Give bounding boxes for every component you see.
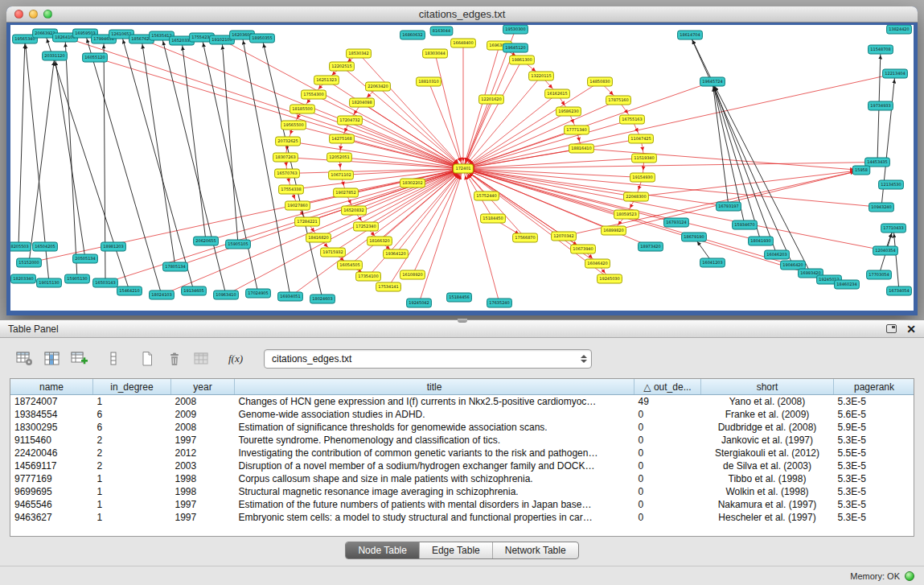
table-row[interactable]: 2242004622012Investigating the contribut… [10,447,914,459]
table-cell[interactable]: 1 [93,472,171,485]
graph-node[interactable]: 15934670 [733,220,758,229]
graph-node[interactable]: 10671102 [329,171,354,179]
table-cell[interactable]: 1 [93,395,171,409]
graph-node[interactable]: 16503143 [93,278,118,287]
table-cell[interactable]: 5.3E-5 [834,485,915,498]
delete-button[interactable] [162,348,187,369]
graph-node[interactable]: 19530300 [503,25,528,34]
graph-edge[interactable] [463,60,522,169]
graph-node[interactable]: 12052051 [327,153,352,162]
graph-node[interactable]: 20732625 [276,137,301,146]
graph-node[interactable]: 17703054 [867,270,892,279]
graph-edge[interactable] [29,56,55,263]
window-titlebar[interactable]: citations_edges.txt [6,6,918,23]
table-cell[interactable]: 0 [634,408,701,421]
graph-node[interactable]: 14275168 [330,134,355,143]
table-cell[interactable]: 5.3E-5 [834,472,915,485]
table-cell[interactable]: 2008 [171,395,235,409]
graph-node[interactable]: 17204732 [338,116,363,125]
graph-edge[interactable] [463,74,895,169]
table-cell[interactable]: 49 [634,395,701,409]
graph-node[interactable]: 18810310 [417,77,441,86]
table-cell[interactable]: 9777169 [10,472,93,485]
graph-node[interactable]: 20331120 [43,51,68,60]
table-cell[interactable]: Yano et al. (2008) [701,395,834,409]
graph-edge[interactable] [463,163,877,169]
graph-node[interactable]: 17534141 [376,282,401,291]
graph-node[interactable]: 15752440 [474,192,499,200]
table-cell[interactable]: 18300295 [10,421,93,434]
table-cell[interactable]: 0 [634,421,701,434]
graph-node[interactable]: 19586230 [556,107,581,116]
graph-node[interactable]: 12213404 [883,69,908,78]
table-cell[interactable]: 0 [634,434,701,447]
graph-edge[interactable] [242,35,290,297]
graph-node[interactable]: 18614704 [678,31,703,39]
graph-node[interactable]: 16570763 [275,169,300,178]
graph-node[interactable]: 18204098 [350,98,375,107]
create-column-button[interactable] [68,348,92,369]
graph-node[interactable]: 14453435 [865,158,890,167]
graph-node[interactable]: 18950355 [250,34,275,43]
table-cell[interactable]: 19384554 [10,408,93,421]
table-cell[interactable]: Franke et al. (2009) [701,408,834,421]
graph-node[interactable]: 17024905 [246,289,271,298]
close-window-button[interactable] [14,10,23,19]
graph-node[interactable]: 20505134 [73,254,98,263]
graph-node[interactable]: 10943240 [869,203,894,212]
graph-node[interactable]: 16251323 [314,76,339,84]
graph-node[interactable]: 16793124 [664,218,689,227]
graph-node[interactable]: 15905105 [226,240,251,249]
graph-node[interactable]: 16162615 [545,89,570,98]
graph-node[interactable]: 13824420 [887,25,912,34]
graph-edge[interactable] [342,139,463,169]
row-tools-button[interactable] [101,348,125,369]
table-row[interactable]: 969969511998Structural magnetic resonanc… [10,485,914,498]
graph-edge[interactable] [162,36,226,295]
graph-node[interactable]: 15184450 [481,214,506,223]
graph-node[interactable]: 18416820 [306,233,331,242]
graph-node[interactable]: 18185500 [290,105,315,113]
table-cell[interactable]: 2 [93,459,171,472]
graph-node[interactable]: 18024603 [310,295,335,303]
graph-node[interactable]: 19645120 [503,43,528,52]
graph-node[interactable]: 18203340 [11,274,36,283]
table-cell[interactable]: 0 [634,472,701,485]
graph-node[interactable]: 13220115 [529,72,554,80]
graph-node[interactable]: 16108920 [400,270,425,279]
table-cell[interactable]: Embryonic stem cells: a model to study s… [235,511,634,524]
import-table-button[interactable] [190,348,214,369]
graph-node[interactable]: 10963410 [214,290,239,299]
splitter-handle[interactable] [458,319,467,323]
graph-edge[interactable] [65,38,77,279]
graph-node[interactable]: 18460234 [835,280,860,289]
table-cell[interactable]: 2008 [171,421,235,434]
column-header[interactable]: title [235,379,634,395]
graph-edge[interactable] [350,121,463,169]
table-cell[interactable]: Hescheler et al. (1997) [701,511,834,524]
function-builder-button[interactable]: f(x) [224,348,248,369]
table-cell[interactable]: 2 [93,447,171,459]
table-cell[interactable]: 1 [93,498,171,511]
graph-edge[interactable] [435,54,463,169]
table-cell[interactable]: 0 [634,459,701,472]
graph-edge[interactable] [429,82,463,169]
table-row[interactable]: 1872400712008Changes of HCN gene express… [10,395,914,409]
graph-node[interactable]: 12201620 [479,95,504,104]
table-cell[interactable]: 22420046 [10,447,93,459]
graph-node[interactable]: 22048300 [624,192,649,201]
graph-node[interactable]: 18973420 [639,242,663,251]
column-header[interactable]: △ out_de... [634,379,701,395]
table-mode-button[interactable] [13,348,37,369]
graph-node[interactable]: 16793197 [717,202,741,211]
graph-node[interactable]: 19715932 [321,248,346,257]
graph-node[interactable]: 16934051 [278,292,303,301]
table-cell[interactable]: 1 [93,485,171,498]
tab-node-table[interactable]: Node Table [346,542,419,558]
column-header[interactable]: pagerank [834,379,915,395]
graph-node[interactable]: 18307263 [273,153,298,162]
graph-node[interactable]: 15184456 [447,293,472,302]
graph-node[interactable]: 18302202 [400,179,425,187]
table-cell[interactable]: Tibbo et al. (1998) [701,472,834,485]
graph-node[interactable]: 19245030 [598,274,622,283]
